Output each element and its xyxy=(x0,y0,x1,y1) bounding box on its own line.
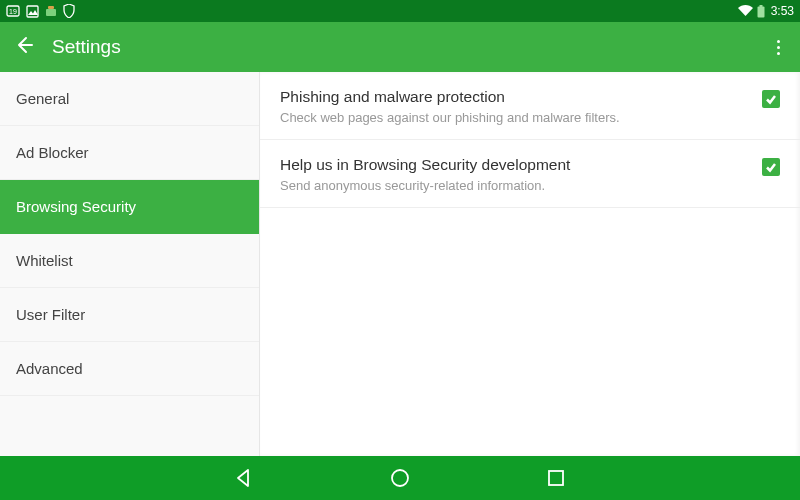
svg-rect-9 xyxy=(549,471,563,485)
sidebar-item-whitelist[interactable]: Whitelist xyxy=(0,234,259,288)
sidebar-item-ad-blocker[interactable]: Ad Blocker xyxy=(0,126,259,180)
battery-icon xyxy=(757,5,765,18)
setting-row-help-dev[interactable]: Help us in Browsing Security development… xyxy=(260,140,800,208)
overflow-menu-icon[interactable] xyxy=(771,34,786,61)
sidebar-item-label: Browsing Security xyxy=(16,198,136,215)
svg-rect-7 xyxy=(759,5,762,7)
sidebar-item-label: General xyxy=(16,90,69,107)
setting-title: Help us in Browsing Security development xyxy=(280,156,750,174)
notification-badge-icon: 19 xyxy=(6,5,20,17)
status-left: 19 xyxy=(6,4,75,18)
setting-title: Phishing and malware protection xyxy=(280,88,750,106)
svg-text:19: 19 xyxy=(9,8,17,15)
sidebar-item-browsing-security[interactable]: Browsing Security xyxy=(0,180,259,234)
shield-icon xyxy=(63,4,75,18)
svg-rect-2 xyxy=(27,6,38,17)
app-icon xyxy=(45,5,57,17)
nav-recent-button[interactable] xyxy=(543,465,569,491)
checkbox-phishing[interactable] xyxy=(762,90,780,108)
status-right: 3:53 xyxy=(738,4,794,18)
svg-rect-6 xyxy=(757,6,764,17)
wifi-icon xyxy=(738,5,753,17)
sidebar-item-label: Advanced xyxy=(16,360,83,377)
sidebar-item-label: Whitelist xyxy=(16,252,73,269)
check-icon xyxy=(765,161,777,173)
setting-texts: Phishing and malware protection Check we… xyxy=(280,88,750,125)
nav-bar xyxy=(0,456,800,500)
svg-rect-4 xyxy=(46,9,56,16)
sidebar-item-general[interactable]: General xyxy=(0,72,259,126)
svg-point-8 xyxy=(392,470,408,486)
setting-texts: Help us in Browsing Security development… xyxy=(280,156,750,193)
svg-marker-3 xyxy=(28,10,38,15)
sidebar: General Ad Blocker Browsing Security Whi… xyxy=(0,72,260,456)
content-pane: Phishing and malware protection Check we… xyxy=(260,72,800,456)
sidebar-item-advanced[interactable]: Advanced xyxy=(0,342,259,396)
nav-home-button[interactable] xyxy=(387,465,413,491)
status-bar: 19 3:53 xyxy=(0,0,800,22)
screen: 19 3:53 Settings xyxy=(0,0,800,500)
app-bar: Settings xyxy=(0,22,800,72)
picture-icon xyxy=(26,5,39,18)
back-icon[interactable] xyxy=(14,35,34,59)
sidebar-item-label: User Filter xyxy=(16,306,85,323)
sidebar-item-user-filter[interactable]: User Filter xyxy=(0,288,259,342)
sidebar-item-label: Ad Blocker xyxy=(16,144,89,161)
check-icon xyxy=(765,93,777,105)
checkbox-help-dev[interactable] xyxy=(762,158,780,176)
nav-back-button[interactable] xyxy=(231,465,257,491)
setting-row-phishing[interactable]: Phishing and malware protection Check we… xyxy=(260,72,800,140)
body: General Ad Blocker Browsing Security Whi… xyxy=(0,72,800,456)
setting-subtitle: Send anonymous security-related informat… xyxy=(280,178,750,193)
status-time: 3:53 xyxy=(771,4,794,18)
setting-subtitle: Check web pages against our phishing and… xyxy=(280,110,750,125)
svg-rect-5 xyxy=(48,6,54,9)
page-title: Settings xyxy=(52,36,121,58)
